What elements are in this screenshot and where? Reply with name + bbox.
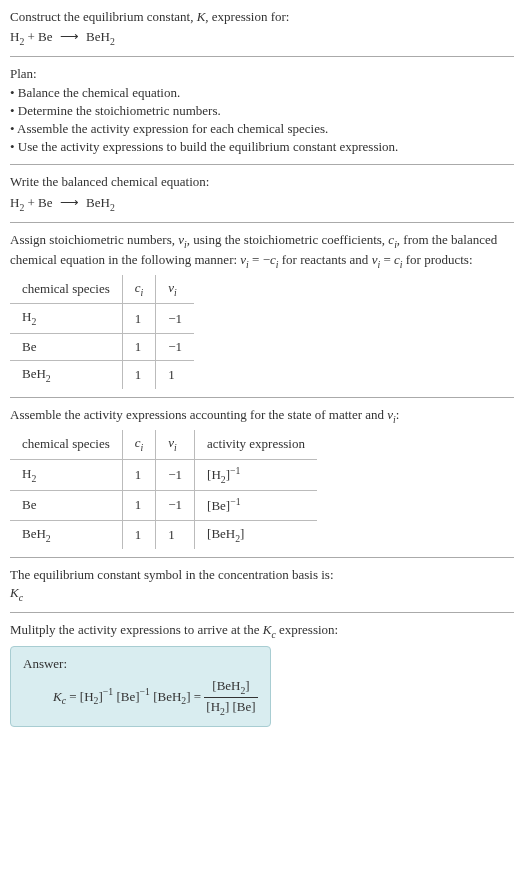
symbol-section: The equilibrium constant symbol in the c… bbox=[10, 566, 514, 604]
eq-BeH: BeH bbox=[86, 195, 110, 210]
cell-vi: 1 bbox=[156, 521, 195, 549]
d3: ] [Be] bbox=[225, 699, 256, 714]
eq-H: H bbox=[10, 195, 19, 210]
sp: H bbox=[22, 466, 31, 481]
cell-species: H2 bbox=[10, 460, 123, 492]
answer-equation: Kc = [H2]−1 [Be]−1 [BeH2] = [BeH2] [H2] … bbox=[23, 677, 258, 718]
intro-section: Construct the equilibrium constant, K, e… bbox=[10, 8, 514, 48]
plan-bullet-1: • Balance the chemical equation. bbox=[10, 84, 514, 102]
table-row: Be 1 −1 [Be]−1 bbox=[10, 491, 317, 521]
col-activity: activity expression bbox=[195, 430, 317, 459]
cisub: i bbox=[141, 287, 144, 298]
n1: [BeH bbox=[212, 678, 240, 693]
arrow-icon: ⟶ bbox=[60, 28, 79, 46]
assemble-section: Assemble the activity expressions accoun… bbox=[10, 406, 514, 549]
cell-vi: −1 bbox=[156, 460, 195, 492]
eq-plus: + Be bbox=[24, 195, 52, 210]
col-species: chemical species bbox=[10, 275, 123, 304]
cell-species: Be bbox=[10, 334, 123, 361]
balanced-section: Write the balanced chemical equation: H2… bbox=[10, 173, 514, 213]
intro-text: Construct the equilibrium constant, K, e… bbox=[10, 8, 514, 26]
fraction: [BeH2] [H2] [Be] bbox=[204, 677, 257, 718]
plan-section: Plan: • Balance the chemical equation. •… bbox=[10, 65, 514, 156]
cell-ci: 1 bbox=[123, 521, 157, 549]
table-row: Be 1 −1 bbox=[10, 334, 194, 361]
col-vi: νi bbox=[156, 430, 195, 459]
divider bbox=[10, 397, 514, 398]
divider bbox=[10, 164, 514, 165]
eq-H: H bbox=[10, 29, 19, 44]
spsub: 2 bbox=[46, 532, 51, 543]
t2: , using the stoichiometric coefficients, bbox=[187, 232, 389, 247]
e1c: = − bbox=[249, 252, 270, 267]
spsub: 2 bbox=[46, 373, 51, 384]
stoichiometry-table: chemical species ci νi H2 1 −1 Be 1 −1 B… bbox=[10, 275, 194, 389]
cell-ci: 1 bbox=[123, 334, 157, 361]
visub: i bbox=[174, 442, 177, 453]
Kc: K bbox=[53, 688, 62, 703]
col-ci: ci bbox=[123, 275, 157, 304]
divider bbox=[10, 222, 514, 223]
cell-vi: −1 bbox=[156, 304, 194, 333]
cell-vi: −1 bbox=[156, 491, 195, 521]
cell-vi: −1 bbox=[156, 334, 194, 361]
intro-equation: H2 + Be ⟶ BeH2 bbox=[10, 28, 514, 48]
intro-text-1b: , expression for: bbox=[205, 9, 289, 24]
plan-bullet-3: • Assemble the activity expression for e… bbox=[10, 120, 514, 138]
multiply-section: Mulitply the activity expressions to arr… bbox=[10, 621, 514, 731]
sp: BeH bbox=[22, 366, 46, 381]
plan-bullet-4: • Use the activity expressions to build … bbox=[10, 138, 514, 156]
e1: −1 bbox=[103, 686, 113, 697]
spsub: 2 bbox=[31, 472, 36, 483]
cell-activity: [H2]−1 bbox=[195, 460, 317, 492]
t1: Assemble the activity expressions accoun… bbox=[10, 407, 387, 422]
divider bbox=[10, 56, 514, 57]
c: ] bbox=[240, 526, 244, 541]
symbol-Kc: Kc bbox=[10, 584, 514, 604]
table-row: H2 1 −1 [H2]−1 bbox=[10, 460, 317, 492]
multiply-text: Mulitply the activity expressions to arr… bbox=[10, 621, 514, 641]
cell-ci: 1 bbox=[123, 491, 157, 521]
eq-BeH: BeH bbox=[86, 29, 110, 44]
sp: BeH bbox=[22, 526, 46, 541]
assign-text: Assign stoichiometric numbers, νi, using… bbox=[10, 231, 514, 271]
balanced-title: Write the balanced chemical equation: bbox=[10, 173, 514, 191]
p2: [Be] bbox=[113, 688, 139, 703]
col-species: chemical species bbox=[10, 430, 123, 459]
cell-ci: 1 bbox=[123, 304, 157, 333]
t5: for products: bbox=[402, 252, 472, 267]
denominator: [H2] [Be] bbox=[204, 698, 257, 718]
intro-text-1: Construct the equilibrium constant, bbox=[10, 9, 197, 24]
cell-activity: [Be]−1 bbox=[195, 491, 317, 521]
balanced-equation: H2 + Be ⟶ BeH2 bbox=[10, 194, 514, 214]
a: [H bbox=[207, 467, 221, 482]
t2: : bbox=[396, 407, 400, 422]
a: [BeH bbox=[207, 526, 235, 541]
d1: [H bbox=[206, 699, 220, 714]
table-row: BeH2 1 1 [BeH2] bbox=[10, 521, 317, 549]
divider bbox=[10, 612, 514, 613]
p4: ] = bbox=[186, 688, 204, 703]
eq: = [H bbox=[66, 688, 94, 703]
assemble-text: Assemble the activity expressions accoun… bbox=[10, 406, 514, 426]
spsub: 2 bbox=[31, 316, 36, 327]
Kcsub: c bbox=[19, 592, 23, 603]
arrow-icon: ⟶ bbox=[60, 194, 79, 212]
e2c: = bbox=[380, 252, 394, 267]
t2: expression: bbox=[276, 622, 338, 637]
visub: i bbox=[174, 287, 177, 298]
b: −1 bbox=[230, 496, 240, 507]
a: [Be] bbox=[207, 499, 230, 514]
numerator: [BeH2] bbox=[204, 677, 257, 698]
n3: ] bbox=[245, 678, 249, 693]
eq-sub2: 2 bbox=[110, 201, 115, 212]
cisub: i bbox=[141, 442, 144, 453]
cell-ci: 1 bbox=[123, 361, 157, 389]
eq-plus: + Be bbox=[24, 29, 52, 44]
plan-title: Plan: bbox=[10, 65, 514, 83]
p3: [BeH bbox=[150, 688, 181, 703]
t1: Mulitply the activity expressions to arr… bbox=[10, 622, 263, 637]
table-row: H2 1 −1 bbox=[10, 304, 194, 333]
plan-bullet-2: • Determine the stoichiometric numbers. bbox=[10, 102, 514, 120]
cell-species: Be bbox=[10, 491, 123, 521]
